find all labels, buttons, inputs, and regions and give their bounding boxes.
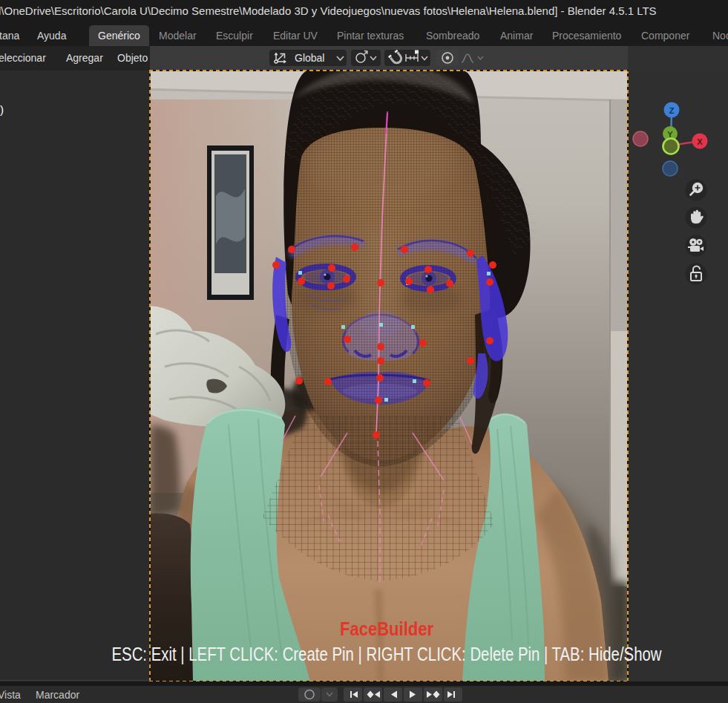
svg-text:X: X — [697, 137, 703, 146]
svg-text:Global: Global — [295, 52, 324, 64]
svg-text:Y: Y — [667, 130, 673, 139]
svg-text:ESC: Exit | LEFT CLICK: Create: ESC: Exit | LEFT CLICK: Create Pin | RIG… — [112, 644, 663, 664]
svg-text:FaceBuilder: FaceBuilder — [340, 618, 433, 639]
svg-text:Z: Z — [669, 106, 675, 115]
